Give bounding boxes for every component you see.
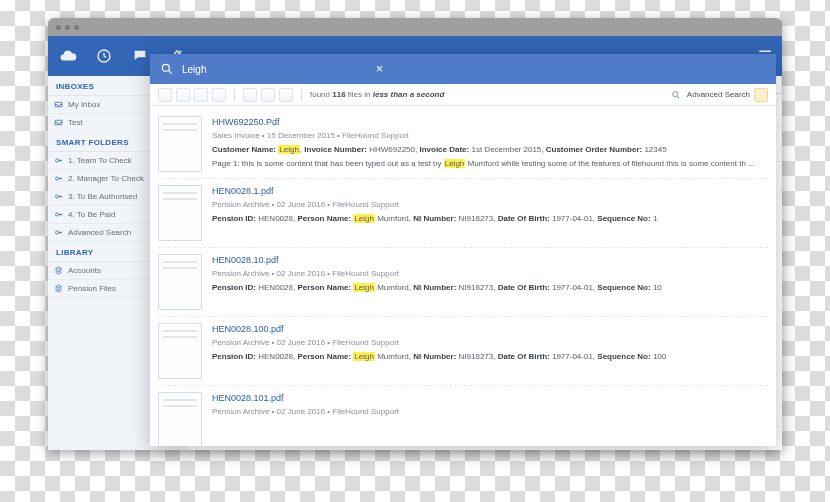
result-thumbnail [158,116,202,172]
results-status: found 116 files in less than a second [310,90,444,99]
action-b-icon[interactable] [261,88,275,102]
clock-icon[interactable] [94,46,114,66]
result-thumbnail [158,185,202,241]
lock-icon[interactable] [754,88,768,102]
svg-point-5 [56,231,59,234]
search-clear-button[interactable]: × [370,60,389,78]
nav-prev-icon[interactable] [176,88,190,102]
key-icon [54,210,63,219]
nav-next-icon[interactable] [194,88,208,102]
search-result[interactable]: HEN0028.100.pdf Pension Archive • 02 Jun… [158,317,768,386]
sidebar-item-label: Pension Files [68,284,116,293]
action-a-icon[interactable] [243,88,257,102]
stack-icon [54,284,63,293]
search-input[interactable]: Leigh [182,64,362,75]
result-thumbnail [158,392,202,446]
search-bar: Leigh × [150,54,776,84]
traffic-light-max[interactable] [74,25,79,30]
key-icon [54,192,63,201]
result-headline: Customer Name: Leigh, Invoice Number: HH… [212,144,768,156]
window-titlebar [48,18,782,36]
key-icon [54,174,63,183]
traffic-light-close[interactable] [56,25,61,30]
search-icon [160,62,174,76]
sidebar-item-label: Accounts [68,266,101,275]
traffic-light-min[interactable] [65,25,70,30]
search-result[interactable]: HEN0028.101.pdf Pension Archive • 02 Jun… [158,386,768,446]
result-title[interactable]: HEN0028.10.pdf [212,254,768,268]
advanced-search-link[interactable]: Advanced Search [671,90,750,100]
sidebar-item-label: Test [68,118,83,127]
key-icon [54,156,63,165]
result-headline: Pension ID: HEN0028, Person Name: Leigh … [212,351,768,363]
result-meta: Pension Archive • 02 June 2016 • FileHou… [212,268,768,280]
result-headline: Pension ID: HEN0028, Person Name: Leigh … [212,282,768,294]
action-c-icon[interactable] [279,88,293,102]
result-headline: Pension ID: HEN0028, Person Name: Leigh … [212,213,768,225]
sidebar-item-label: 4. To Be Paid [68,210,115,219]
svg-point-7 [673,91,678,96]
svg-point-6 [162,64,169,71]
result-meta: Pension Archive • 02 June 2016 • FileHou… [212,337,768,349]
result-title[interactable]: HHW692250.Pdf [212,116,768,130]
result-meta: Sales Invoice • 15 December 2015 • FileH… [212,130,768,142]
result-meta: Pension Archive • 02 June 2016 • FileHou… [212,199,768,211]
search-overlay: Leigh × found 116 files in less than a s… [150,54,776,446]
key-icon [54,228,63,237]
inbox-icon [54,118,63,127]
stack-icon [54,266,63,275]
sidebar-item-label: 3. To Be Authorised [68,192,137,201]
inbox-icon [54,100,63,109]
svg-point-4 [56,213,59,216]
divider [234,88,235,102]
nav-first-icon[interactable] [158,88,172,102]
result-title[interactable]: HEN0028.100.pdf [212,323,768,337]
search-result[interactable]: HEN0028.10.pdf Pension Archive • 02 June… [158,248,768,317]
search-result[interactable]: HHW692250.Pdf Sales Invoice • 15 Decembe… [158,110,768,179]
sidebar-item-label: My Inbox [68,100,100,109]
sidebar-item-label: Advanced Search [68,228,131,237]
search-result[interactable]: HEN0028.1.pdf Pension Archive • 02 June … [158,179,768,248]
cloud-icon[interactable] [58,46,78,66]
results-toolbar: found 116 files in less than a second Ad… [150,84,776,106]
result-title[interactable]: HEN0028.1.pdf [212,185,768,199]
svg-point-1 [56,159,59,162]
results-list: HHW692250.Pdf Sales Invoice • 15 Decembe… [150,106,776,446]
divider [301,88,302,102]
result-meta: Pension Archive • 02 June 2016 • FileHou… [212,406,768,418]
result-thumbnail [158,323,202,379]
svg-point-3 [56,195,59,198]
sidebar-item-label: 2. Manager To Check [68,174,144,183]
svg-point-2 [56,177,59,180]
result-title[interactable]: HEN0028.101.pdf [212,392,768,406]
sidebar-item-label: 1. Team To Check [68,156,132,165]
result-snippet: Page 1: this is some content that has be… [212,158,768,170]
result-thumbnail [158,254,202,310]
nav-last-icon[interactable] [212,88,226,102]
chat-icon[interactable] [130,46,150,66]
